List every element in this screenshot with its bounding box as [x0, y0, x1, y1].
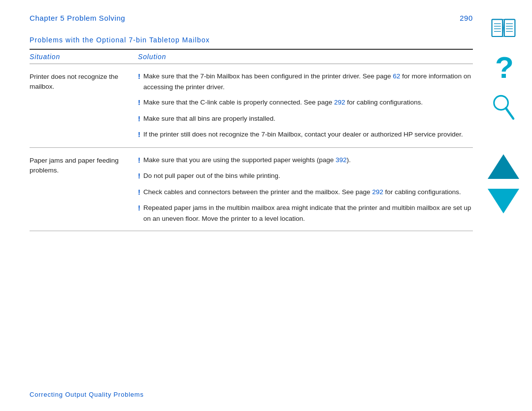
bullet-text: Make sure that all bins are properly ins… — [143, 113, 473, 124]
sidebar-icons: ? — [489, 14, 518, 216]
bullet-mark: ! — [138, 129, 140, 140]
bullet-text: Do not pull paper out of the bins while … — [143, 171, 473, 181]
problems-table: Situation Solution Printer does not reco… — [30, 49, 473, 231]
table-header: Situation Solution — [30, 50, 473, 64]
bottom-nav-link[interactable]: Correcting Output Quality Problems — [30, 391, 144, 398]
solution-cell: ! Make sure that the 7-bin Mailbox has b… — [138, 71, 473, 140]
link-392[interactable]: 392 — [335, 156, 347, 164]
situation-cell: Paper jams and paper feeding problems. — [30, 155, 138, 224]
bullet-item: ! Do not pull paper out of the bins whil… — [138, 171, 473, 182]
bullet-mark: ! — [138, 155, 140, 166]
svg-line-14 — [506, 108, 513, 118]
bullet-item: ! If the printer still does not recogniz… — [138, 129, 473, 140]
book-icon[interactable] — [489, 14, 518, 43]
situation-column-header: Situation — [30, 53, 138, 61]
bullet-mark: ! — [138, 203, 140, 214]
bullet-item: ! Make sure that the 7-bin Mailbox has b… — [138, 71, 473, 92]
link-292b[interactable]: 292 — [372, 188, 384, 196]
arrow-up-icon[interactable] — [489, 147, 518, 176]
bullet-item: ! Make sure that the C-link cable is pro… — [138, 97, 473, 108]
situation-cell: Printer does not recognize the mailbox. — [30, 71, 138, 140]
bullet-item: ! Repeated paper jams in the multibin ma… — [138, 203, 473, 224]
bullet-text: Make sure that the 7-bin Mailbox has bee… — [143, 71, 473, 92]
magnify-icon[interactable] — [489, 93, 518, 122]
arrow-down-icon[interactable] — [489, 186, 518, 216]
svg-text:?: ? — [495, 52, 514, 84]
bullet-text: Check cables and connectors between the … — [143, 187, 473, 198]
solution-cell: ! Make sure that you are using the suppo… — [138, 155, 473, 224]
bullet-text: Make sure that you are using the support… — [143, 155, 473, 166]
chapter-title: Chapter 5 Problem Solving — [30, 14, 125, 22]
bullet-text: Make sure that the C-link cable is prope… — [143, 97, 473, 108]
bullet-mark: ! — [138, 187, 140, 198]
svg-rect-0 — [492, 19, 503, 36]
question-mark-icon[interactable]: ? — [489, 53, 518, 83]
bullet-item: ! Make sure that you are using the suppo… — [138, 155, 473, 166]
table-row: Paper jams and paper feeding problems. !… — [30, 148, 473, 232]
solution-column-header: Solution — [138, 53, 473, 61]
bullet-mark: ! — [138, 71, 140, 82]
main-content: Chapter 5 Problem Solving 290 Problems w… — [30, 14, 473, 231]
bullet-item: ! Check cables and connectors between th… — [138, 187, 473, 198]
header-row: Chapter 5 Problem Solving 290 — [30, 14, 473, 22]
bullet-mark: ! — [138, 113, 140, 125]
bullet-mark: ! — [138, 97, 140, 108]
bullet-item: ! Make sure that all bins are properly i… — [138, 113, 473, 125]
link-62[interactable]: 62 — [393, 72, 400, 80]
bullet-text: Repeated paper jams in the multibin mail… — [143, 203, 473, 224]
svg-rect-1 — [504, 19, 515, 36]
bullet-mark: ! — [138, 171, 140, 182]
page-number: 290 — [460, 14, 473, 22]
section-title: Problems with the Optional 7-bin Tableto… — [30, 36, 473, 44]
bullet-text: If the printer still does not recognize … — [143, 129, 473, 140]
table-row: Printer does not recognize the mailbox. … — [30, 64, 473, 148]
link-292[interactable]: 292 — [334, 99, 345, 106]
